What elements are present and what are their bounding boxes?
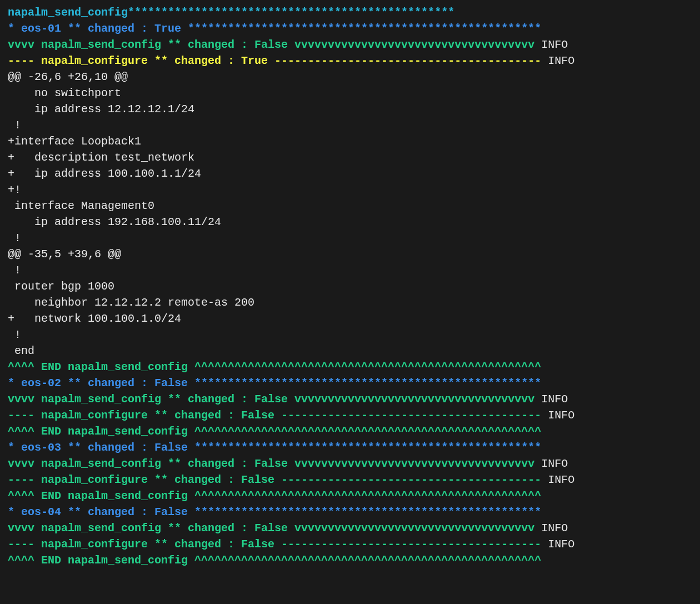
terminal-span: @@ -26,6 +26,10 @@: [8, 71, 128, 83]
terminal-span: INFO: [541, 38, 568, 51]
terminal-line: + network 100.100.1.0/24: [8, 311, 692, 327]
terminal-span: +!: [8, 183, 21, 196]
terminal-span: INFO: [548, 409, 574, 422]
terminal-line: !: [8, 327, 692, 343]
terminal-line: vvvv napalm_send_config ** changed : Fal…: [8, 456, 692, 472]
terminal-span: vvvv napalm_send_config ** changed : Fal…: [8, 393, 541, 406]
terminal-span: vvvv napalm_send_config ** changed : Fal…: [8, 38, 541, 51]
terminal-span: no switchport: [8, 87, 121, 99]
terminal-line: neighbor 12.12.12.2 remote-as 200: [8, 294, 692, 311]
terminal-line: ^^^^ END napalm_send_config ^^^^^^^^^^^^…: [8, 359, 692, 375]
terminal-line: ^^^^ END napalm_send_config ^^^^^^^^^^^^…: [8, 552, 692, 568]
terminal-span: INFO: [548, 538, 574, 551]
terminal-line: ip address 12.12.12.1/24: [8, 101, 692, 117]
terminal-span: INFO: [541, 457, 568, 470]
terminal-span: vvvv napalm_send_config ** changed : Fal…: [8, 457, 541, 470]
terminal-span: +interface Loopback1: [8, 135, 141, 148]
terminal-span: vvvv napalm_send_config ** changed : Fal…: [8, 522, 541, 535]
terminal-line: interface Management0: [8, 198, 692, 214]
terminal-span: ^^^^ END napalm_send_config ^^^^^^^^^^^^…: [8, 554, 541, 567]
terminal-line: ip address 192.168.100.11/24: [8, 214, 692, 230]
terminal-line: @@ -26,6 +26,10 @@: [8, 69, 692, 85]
terminal-line: vvvv napalm_send_config ** changed : Fal…: [8, 520, 692, 536]
terminal-output: napalm_send_config**********************…: [0, 0, 700, 575]
terminal-span: ---- napalm_configure ** changed : True …: [8, 54, 548, 67]
terminal-line: ---- napalm_configure ** changed : False…: [8, 472, 692, 488]
terminal-span: interface Management0: [8, 199, 154, 212]
terminal-line: +!: [8, 182, 692, 198]
terminal-span: ---- napalm_configure ** changed : False…: [8, 538, 548, 551]
terminal-line: * eos-04 ** changed : False ************…: [8, 504, 692, 520]
terminal-line: ^^^^ END napalm_send_config ^^^^^^^^^^^^…: [8, 488, 692, 504]
terminal-line: no switchport: [8, 85, 692, 101]
terminal-span: router bgp 1000: [8, 280, 114, 293]
terminal-span: ---- napalm_configure ** changed : False…: [8, 409, 548, 422]
terminal-span: ^^^^ END napalm_send_config ^^^^^^^^^^^^…: [8, 361, 541, 373]
terminal-line: ---- napalm_configure ** changed : False…: [8, 536, 692, 552]
terminal-line: router bgp 1000: [8, 278, 692, 294]
terminal-span: end: [8, 345, 34, 357]
terminal-span: neighbor 12.12.12.2 remote-as 200: [8, 296, 254, 309]
terminal-span: + network 100.100.1.0/24: [8, 312, 181, 325]
terminal-span: ^^^^ END napalm_send_config ^^^^^^^^^^^^…: [8, 490, 541, 502]
terminal-span: @@ -35,5 +39,6 @@: [8, 248, 121, 261]
terminal-line: + description test_network: [8, 149, 692, 166]
terminal-line: * eos-02 ** changed : False ************…: [8, 375, 692, 391]
terminal-line: !: [8, 230, 692, 246]
terminal-span: ip address 12.12.12.1/24: [8, 103, 194, 116]
terminal-line: !: [8, 117, 692, 133]
terminal-line: +interface Loopback1: [8, 133, 692, 149]
terminal-line: @@ -35,5 +39,6 @@: [8, 246, 692, 262]
terminal-span: + ip address 100.100.1.1/24: [8, 167, 201, 180]
terminal-span: * eos-04 ** changed : False ************…: [8, 506, 541, 518]
terminal-span: !: [8, 264, 21, 277]
terminal-span: * eos-02 ** changed : False ************…: [8, 377, 541, 390]
terminal-span: !: [8, 232, 21, 244]
terminal-line: napalm_send_config**********************…: [8, 4, 692, 21]
terminal-line: end: [8, 343, 692, 359]
terminal-span: !: [8, 119, 21, 132]
terminal-line: * eos-03 ** changed : False ************…: [8, 440, 692, 456]
terminal-span: napalm_send_config**********************…: [8, 6, 454, 19]
terminal-span: ^^^^ END napalm_send_config ^^^^^^^^^^^^…: [8, 425, 541, 438]
terminal-span: INFO: [541, 522, 568, 535]
terminal-line: ---- napalm_configure ** changed : True …: [8, 53, 692, 69]
terminal-line: * eos-01 ** changed : True *************…: [8, 21, 692, 37]
terminal-line: vvvv napalm_send_config ** changed : Fal…: [8, 37, 692, 53]
terminal-line: vvvv napalm_send_config ** changed : Fal…: [8, 391, 692, 407]
terminal-line: ---- napalm_configure ** changed : False…: [8, 407, 692, 423]
terminal-span: + description test_network: [8, 151, 194, 164]
terminal-line: !: [8, 262, 692, 278]
terminal-span: INFO: [541, 393, 568, 406]
terminal-span: INFO: [548, 473, 574, 486]
terminal-span: ---- napalm_configure ** changed : False…: [8, 473, 548, 486]
terminal-line: + ip address 100.100.1.1/24: [8, 166, 692, 182]
terminal-span: INFO: [548, 54, 574, 67]
terminal-span: * eos-01 ** changed : True *************…: [8, 22, 541, 35]
terminal-span: * eos-03 ** changed : False ************…: [8, 441, 541, 454]
terminal-line: ^^^^ END napalm_send_config ^^^^^^^^^^^^…: [8, 423, 692, 440]
terminal-span: !: [8, 328, 21, 341]
terminal-span: ip address 192.168.100.11/24: [8, 216, 221, 228]
